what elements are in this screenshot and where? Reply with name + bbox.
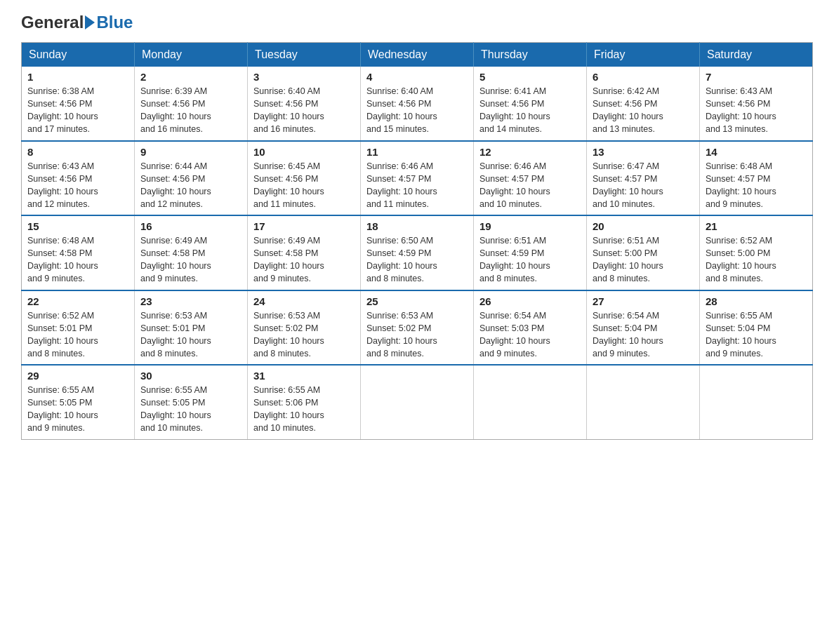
day-number: 24 [253,295,355,307]
calendar-week-row: 1Sunrise: 6:38 AMSunset: 4:56 PMDaylight… [22,67,813,141]
calendar-cell: 20Sunrise: 6:51 AMSunset: 5:00 PMDayligh… [587,215,700,290]
logo: General Blue [21,14,133,31]
calendar-cell: 21Sunrise: 6:52 AMSunset: 5:00 PMDayligh… [700,215,813,290]
calendar-cell: 9Sunrise: 6:44 AMSunset: 4:56 PMDaylight… [135,141,248,216]
calendar-week-row: 8Sunrise: 6:43 AMSunset: 4:56 PMDaylight… [22,141,813,216]
day-number: 2 [140,71,241,83]
day-info: Sunrise: 6:53 AMSunset: 5:02 PMDaylight:… [366,309,468,361]
calendar-cell: 24Sunrise: 6:53 AMSunset: 5:02 PMDayligh… [248,290,361,365]
day-number: 11 [366,146,468,158]
calendar-cell: 13Sunrise: 6:47 AMSunset: 4:57 PMDayligh… [587,141,700,216]
day-info: Sunrise: 6:38 AMSunset: 4:56 PMDaylight:… [27,85,128,136]
weekday-header-monday: Monday [135,43,248,67]
weekday-header-sunday: Sunday [22,43,135,67]
calendar-cell: 8Sunrise: 6:43 AMSunset: 4:56 PMDaylight… [22,141,135,216]
day-number: 31 [253,370,355,382]
logo-general: General [21,14,84,31]
calendar-table: SundayMondayTuesdayWednesdayThursdayFrid… [21,42,813,440]
day-number: 28 [706,295,807,307]
logo-triangle-icon [85,15,95,29]
weekday-header-thursday: Thursday [474,43,587,67]
calendar-cell: 6Sunrise: 6:42 AMSunset: 4:56 PMDaylight… [587,67,700,141]
calendar-cell: 22Sunrise: 6:52 AMSunset: 5:01 PMDayligh… [22,290,135,365]
day-number: 4 [366,71,468,83]
day-info: Sunrise: 6:55 AMSunset: 5:04 PMDaylight:… [706,309,807,361]
day-number: 12 [479,146,581,158]
calendar-cell: 27Sunrise: 6:54 AMSunset: 5:04 PMDayligh… [587,290,700,365]
day-number: 18 [366,220,468,232]
day-info: Sunrise: 6:52 AMSunset: 5:00 PMDaylight:… [706,234,807,286]
calendar-week-row: 15Sunrise: 6:48 AMSunset: 4:58 PMDayligh… [22,215,813,290]
day-info: Sunrise: 6:51 AMSunset: 5:00 PMDaylight:… [593,234,694,286]
day-number: 23 [140,295,241,307]
calendar-cell: 10Sunrise: 6:45 AMSunset: 4:56 PMDayligh… [248,141,361,216]
day-info: Sunrise: 6:51 AMSunset: 4:59 PMDaylight:… [479,234,581,286]
weekday-header-friday: Friday [587,43,700,67]
day-number: 30 [140,370,241,382]
calendar-week-row: 22Sunrise: 6:52 AMSunset: 5:01 PMDayligh… [22,290,813,365]
day-info: Sunrise: 6:44 AMSunset: 4:56 PMDaylight:… [140,160,241,211]
day-number: 7 [706,71,807,83]
calendar-cell: 29Sunrise: 6:55 AMSunset: 5:05 PMDayligh… [22,365,135,439]
calendar-cell: 14Sunrise: 6:48 AMSunset: 4:57 PMDayligh… [700,141,813,216]
day-info: Sunrise: 6:46 AMSunset: 4:57 PMDaylight:… [366,160,468,211]
calendar-week-row: 29Sunrise: 6:55 AMSunset: 5:05 PMDayligh… [22,365,813,439]
calendar-header: SundayMondayTuesdayWednesdayThursdayFrid… [22,43,813,67]
day-number: 1 [27,71,128,83]
calendar-cell: 2Sunrise: 6:39 AMSunset: 4:56 PMDaylight… [135,67,248,141]
day-info: Sunrise: 6:55 AMSunset: 5:06 PMDaylight:… [253,384,355,435]
day-number: 29 [27,370,128,382]
day-info: Sunrise: 6:40 AMSunset: 4:56 PMDaylight:… [366,85,468,136]
weekday-header-wednesday: Wednesday [361,43,474,67]
day-info: Sunrise: 6:39 AMSunset: 4:56 PMDaylight:… [140,85,241,136]
calendar-cell: 17Sunrise: 6:49 AMSunset: 4:58 PMDayligh… [248,215,361,290]
day-info: Sunrise: 6:48 AMSunset: 4:58 PMDaylight:… [27,234,128,286]
weekday-header-row: SundayMondayTuesdayWednesdayThursdayFrid… [22,43,813,67]
day-number: 17 [253,220,355,232]
calendar-cell: 3Sunrise: 6:40 AMSunset: 4:56 PMDaylight… [248,67,361,141]
day-info: Sunrise: 6:46 AMSunset: 4:57 PMDaylight:… [479,160,581,211]
day-info: Sunrise: 6:43 AMSunset: 4:56 PMDaylight:… [706,85,807,136]
day-number: 9 [140,146,241,158]
logo-blue: Blue [96,14,133,31]
day-info: Sunrise: 6:42 AMSunset: 4:56 PMDaylight:… [593,85,694,136]
calendar-cell: 12Sunrise: 6:46 AMSunset: 4:57 PMDayligh… [474,141,587,216]
calendar-cell [474,365,587,439]
calendar-body: 1Sunrise: 6:38 AMSunset: 4:56 PMDaylight… [22,67,813,439]
day-number: 14 [706,146,807,158]
day-number: 27 [593,295,694,307]
day-number: 6 [593,71,694,83]
day-info: Sunrise: 6:53 AMSunset: 5:02 PMDaylight:… [253,309,355,361]
day-info: Sunrise: 6:50 AMSunset: 4:59 PMDaylight:… [366,234,468,286]
day-number: 3 [253,71,355,83]
day-info: Sunrise: 6:53 AMSunset: 5:01 PMDaylight:… [140,309,241,361]
calendar-cell: 26Sunrise: 6:54 AMSunset: 5:03 PMDayligh… [474,290,587,365]
day-info: Sunrise: 6:40 AMSunset: 4:56 PMDaylight:… [253,85,355,136]
day-number: 5 [479,71,581,83]
day-number: 8 [27,146,128,158]
calendar-cell: 30Sunrise: 6:55 AMSunset: 5:05 PMDayligh… [135,365,248,439]
logo-text: General Blue [21,14,133,31]
calendar-cell: 5Sunrise: 6:41 AMSunset: 4:56 PMDaylight… [474,67,587,141]
calendar-cell [700,365,813,439]
page-header: General Blue [21,14,813,31]
day-number: 21 [706,220,807,232]
day-info: Sunrise: 6:49 AMSunset: 4:58 PMDaylight:… [253,234,355,286]
day-number: 16 [140,220,241,232]
day-info: Sunrise: 6:43 AMSunset: 4:56 PMDaylight:… [27,160,128,211]
day-info: Sunrise: 6:52 AMSunset: 5:01 PMDaylight:… [27,309,128,361]
calendar-cell: 11Sunrise: 6:46 AMSunset: 4:57 PMDayligh… [361,141,474,216]
weekday-header-tuesday: Tuesday [248,43,361,67]
calendar-cell [361,365,474,439]
day-number: 13 [593,146,694,158]
day-number: 20 [593,220,694,232]
day-info: Sunrise: 6:49 AMSunset: 4:58 PMDaylight:… [140,234,241,286]
day-info: Sunrise: 6:54 AMSunset: 5:03 PMDaylight:… [479,309,581,361]
calendar-cell: 18Sunrise: 6:50 AMSunset: 4:59 PMDayligh… [361,215,474,290]
calendar-cell: 23Sunrise: 6:53 AMSunset: 5:01 PMDayligh… [135,290,248,365]
calendar-cell: 4Sunrise: 6:40 AMSunset: 4:56 PMDaylight… [361,67,474,141]
calendar-cell: 25Sunrise: 6:53 AMSunset: 5:02 PMDayligh… [361,290,474,365]
day-info: Sunrise: 6:55 AMSunset: 5:05 PMDaylight:… [27,384,128,435]
day-info: Sunrise: 6:47 AMSunset: 4:57 PMDaylight:… [593,160,694,211]
day-info: Sunrise: 6:55 AMSunset: 5:05 PMDaylight:… [140,384,241,435]
